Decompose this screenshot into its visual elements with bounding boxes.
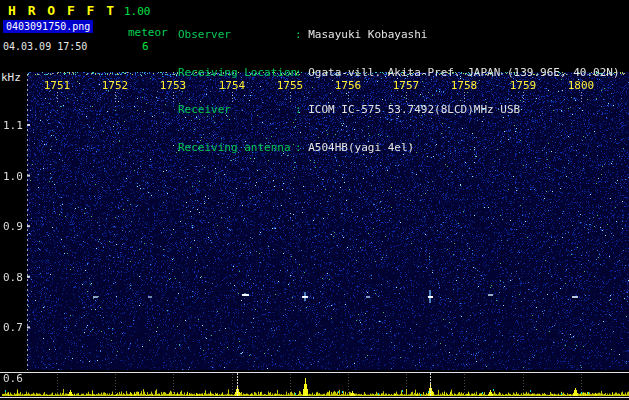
hrofft-output-image: H R O F F T 1.00 0403091750.png meteor 0… bbox=[0, 0, 629, 400]
info-value: Ogata-vill. Akita-Pref. JAPAN (139.96E, … bbox=[308, 66, 619, 79]
time-tick-label: 1751 bbox=[43, 79, 71, 92]
info-value: Masayuki Kobayashi bbox=[308, 28, 427, 41]
meteor-count: 6 bbox=[142, 40, 149, 53]
info-row-antenna: Receiving antenna: A504HB(yagi 4el) bbox=[178, 142, 620, 155]
mode-label: meteor bbox=[128, 26, 168, 39]
info-label: Receiver bbox=[178, 104, 295, 117]
time-tick-label: 1756 bbox=[334, 79, 362, 92]
time-tick-label: 1753 bbox=[159, 79, 187, 92]
info-value: A504HB(yagi 4el) bbox=[308, 141, 414, 154]
time-tick-label: 1755 bbox=[276, 79, 304, 92]
filename-badge: 0403091750.png bbox=[3, 20, 93, 33]
info-separator: : bbox=[295, 103, 308, 116]
freq-tick-label: 0.7 bbox=[3, 321, 23, 334]
time-tick-label: 1759 bbox=[509, 79, 537, 92]
time-tick-label: 1757 bbox=[392, 79, 420, 92]
freq-tick-label: 0.6 bbox=[3, 372, 23, 385]
freq-tick-label: 1.1 bbox=[3, 119, 23, 132]
info-row-location: Receiving Location: Ogata-vill. Akita-Pr… bbox=[178, 67, 620, 80]
info-label: Receiving Location bbox=[178, 67, 295, 80]
time-tick-label: 1752 bbox=[101, 79, 129, 92]
info-row-receiver: Receiver: ICOM IC-575 53.7492(8LCD)MHz U… bbox=[178, 104, 620, 117]
freq-tick-label: 0.9 bbox=[3, 220, 23, 233]
app-version: 1.00 bbox=[124, 5, 151, 18]
info-separator: : bbox=[295, 141, 308, 154]
time-tick-label: 1758 bbox=[450, 79, 478, 92]
info-separator: : bbox=[295, 28, 308, 41]
freq-tick-label: 1.0 bbox=[3, 170, 23, 183]
freq-axis-unit-label: kHz bbox=[1, 71, 21, 84]
info-value: ICOM IC-575 53.7492(8LCD)MHz USB bbox=[308, 103, 520, 116]
info-label: Observer bbox=[178, 29, 295, 42]
time-tick-label: 1800 bbox=[567, 79, 595, 92]
info-separator: : bbox=[295, 66, 308, 79]
freq-tick-label: 0.8 bbox=[3, 271, 23, 284]
info-row-observer: Observer: Masayuki Kobayashi bbox=[178, 29, 620, 42]
datetime-label: 04.03.09 17:50 bbox=[3, 41, 87, 52]
signal-strength-canvas bbox=[0, 371, 629, 400]
time-tick-label: 1754 bbox=[218, 79, 246, 92]
app-title: H R O F F T bbox=[8, 3, 116, 18]
info-label: Receiving antenna bbox=[178, 142, 295, 155]
